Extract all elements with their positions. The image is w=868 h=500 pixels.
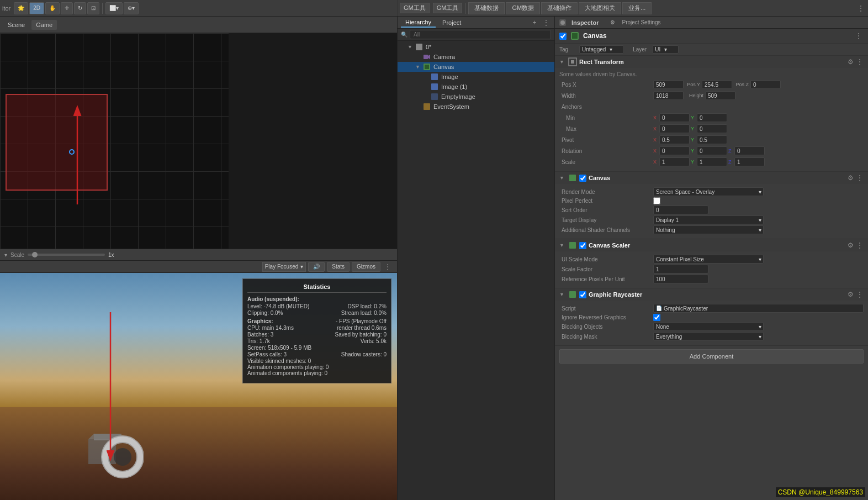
add-component-label: Add Component	[690, 353, 734, 360]
object-enabled-checkbox[interactable]	[559, 33, 567, 40]
game-viewport: Statistics Audio (suspended): Level: -74…	[0, 273, 397, 500]
pivot-x-input[interactable]	[659, 135, 690, 144]
canvas-scaler-settings[interactable]: ⚙	[848, 241, 854, 249]
tree-label-emptyimage: EmptyImage	[441, 93, 475, 100]
gm-tab-more[interactable]: 业务...	[622, 2, 652, 14]
graphic-raycaster-settings[interactable]: ⚙	[848, 291, 854, 298]
additional-shader-dropdown[interactable]: Nothing ▾	[653, 225, 764, 234]
rotation-row: Rotation X Y Z	[559, 146, 864, 156]
ignore-reversed-checkbox[interactable]	[653, 314, 660, 321]
canvas-scaler-menu[interactable]: ⋮	[856, 241, 864, 250]
pos-z-input[interactable]	[750, 80, 781, 89]
tree-label-canvas: Canvas	[433, 64, 454, 70]
svg-rect-16	[431, 83, 438, 90]
min-x-input[interactable]	[659, 113, 690, 122]
tree-expand-root[interactable]: ▼	[407, 44, 414, 50]
blocking-mask-dropdown[interactable]: Everything ▾	[653, 332, 764, 341]
gm-tab-gm-data[interactable]: GM数据	[506, 2, 540, 14]
width-input[interactable]	[653, 91, 684, 100]
sep1	[102, 3, 103, 14]
sort-order-input[interactable]	[653, 206, 708, 214]
scale-x-input[interactable]	[659, 157, 690, 166]
pivot-y-input[interactable]	[697, 135, 727, 144]
rotate-btn[interactable]: ↻	[74, 2, 86, 14]
play-bar-dots[interactable]: ⋮	[383, 262, 393, 272]
lighting-btn[interactable]: 🌟	[14, 2, 28, 14]
gm-toolbar-dots[interactable]: ⋮	[856, 3, 866, 13]
target-display-dropdown[interactable]: Display 1 ▾	[653, 215, 764, 224]
tree-item-camera[interactable]: ▶ Camera	[398, 52, 554, 62]
hierarchy-add-btn[interactable]: +	[530, 18, 539, 28]
gm-tab-map[interactable]: 大地图相关	[579, 2, 621, 14]
tree-item-eventsystem[interactable]: ▶ EventSystem	[398, 102, 554, 112]
image-icon	[431, 73, 438, 81]
object-menu-btn[interactable]: ⋮	[854, 31, 864, 41]
layer-dropdown[interactable]: UI ▾	[652, 45, 679, 54]
gm-tab-basic-ops[interactable]: 基础操作	[541, 2, 578, 14]
canvas-scaler-header[interactable]: ▼ Canvas Scaler ⚙ ⋮	[555, 239, 868, 251]
tab-scene[interactable]: Scene	[3, 20, 29, 30]
hierarchy-search-input[interactable]	[410, 30, 551, 39]
audio-btn[interactable]: 🔊	[308, 262, 325, 272]
scale-z-input[interactable]	[734, 157, 765, 166]
gizmos-btn[interactable]: Gizmos	[352, 262, 380, 272]
scale-y-input[interactable]	[697, 157, 727, 166]
graphic-raycaster-icon	[568, 290, 577, 299]
ui-scale-mode-dropdown[interactable]: Constant Pixel Size ▾	[653, 255, 764, 264]
2d-btn[interactable]: 2D	[29, 2, 44, 14]
rot-x-input[interactable]	[659, 146, 690, 155]
blocking-objects-dropdown[interactable]: None ▾	[653, 322, 764, 331]
play-focused-dropdown[interactable]: Play Focused ▾	[262, 262, 306, 272]
pivot-btn[interactable]: ⊕▾	[124, 2, 139, 14]
tree-arrow-camera: ▶	[415, 54, 422, 60]
render-mode-dropdown[interactable]: Screen Space - Overlay ▾	[653, 187, 764, 196]
rect-transform-header[interactable]: ▼ Rect Transform ⚙ ⋮	[555, 56, 868, 68]
canvas-scaler-checkbox[interactable]	[579, 242, 586, 249]
max-x-input[interactable]	[659, 124, 690, 133]
rect-transform-menu[interactable]: ⋮	[856, 57, 864, 66]
ref-pixels-input[interactable]	[653, 275, 708, 283]
tree-item-image1[interactable]: ▶ Image (1)	[398, 82, 554, 92]
graphic-raycaster-header[interactable]: ▼ Graphic Raycaster ⚙ ⋮	[555, 288, 868, 301]
tree-item-emptyimage[interactable]: ▶ EmptyImage	[398, 92, 554, 102]
stats-btn[interactable]: Stats	[327, 262, 350, 272]
add-component-button[interactable]: Add Component	[559, 349, 864, 364]
rot-z-input[interactable]	[734, 146, 765, 155]
tree-item-canvas[interactable]: ▼ Canvas	[398, 62, 554, 72]
scene-icon	[415, 43, 423, 51]
height-input[interactable]	[705, 91, 735, 100]
pos-x-group	[653, 80, 684, 89]
scale-btn[interactable]: ⊡	[87, 2, 99, 14]
tab-game[interactable]: Game	[31, 20, 57, 30]
tree-item-root[interactable]: ▼ 0*	[398, 42, 554, 52]
rect-transform-settings[interactable]: ⚙	[848, 58, 854, 66]
tag-dropdown[interactable]: Untagged ▾	[579, 45, 624, 54]
gm-tab-basic-data[interactable]: 基础数据	[468, 2, 505, 14]
graphic-raycaster-menu[interactable]: ⋮	[856, 290, 864, 299]
tab-hierarchy[interactable]: Hierarchy	[401, 18, 436, 28]
scale-slider[interactable]	[28, 254, 105, 256]
scale-factor-input[interactable]	[653, 265, 708, 273]
project-settings-btn[interactable]: ⚙	[608, 18, 618, 28]
layout-btn[interactable]: ⬜▾	[105, 2, 123, 14]
min-y-input[interactable]	[697, 113, 727, 122]
canvas-comp-checkbox[interactable]	[579, 175, 586, 182]
hierarchy-dots-btn[interactable]: ⋮	[541, 18, 551, 28]
pos-y-input[interactable]	[702, 80, 732, 89]
move-btn[interactable]: ✛	[61, 2, 73, 14]
canvas-comp-menu[interactable]: ⋮	[856, 173, 864, 182]
pixel-perfect-checkbox[interactable]	[653, 197, 660, 204]
rot-y-input[interactable]	[697, 146, 727, 155]
render-mode-value: Screen Space - Overlay	[656, 189, 754, 195]
max-y-input[interactable]	[697, 124, 727, 133]
play-bar: Play Focused ▾ 🔊 Stats Gizmos ⋮	[0, 261, 397, 273]
tree-expand-canvas[interactable]: ▼	[415, 64, 422, 70]
canvas-comp-settings[interactable]: ⚙	[848, 174, 854, 182]
graphic-raycaster-checkbox[interactable]	[579, 291, 586, 298]
canvas-comp-header[interactable]: ▼ Canvas ⚙ ⋮	[555, 172, 868, 184]
dropdown-arrow: ▾	[300, 264, 303, 270]
pos-x-input[interactable]	[653, 80, 684, 89]
tree-item-image[interactable]: ▶ Image	[398, 72, 554, 82]
hand-btn[interactable]: ✋	[45, 2, 60, 14]
tab-project[interactable]: Project	[438, 18, 465, 27]
